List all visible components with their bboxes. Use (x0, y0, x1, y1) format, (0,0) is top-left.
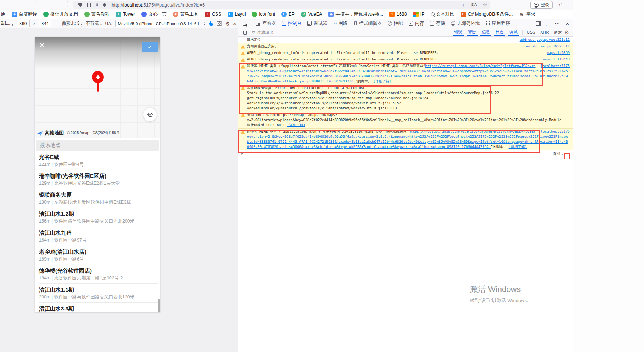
place-name: 清江山水1.2期 (39, 210, 158, 217)
place-list-item[interactable]: 清江山水3.3期 (39, 303, 158, 312)
login-button[interactable]: 登录 (530, 1, 553, 9)
console-settings-gear-icon[interactable]: ⚙ (564, 30, 569, 35)
devtools-tab[interactable]: 内存 (406, 19, 427, 28)
console-source-link[interactable]: uni-h5.es.js:19525:14 (526, 44, 570, 49)
devtools-tab[interactable]: ↑↓ 网络 (330, 19, 351, 28)
bookmark-star-icon[interactable]: ☆ (483, 3, 487, 7)
throttling-select[interactable]: 不节流▲▼ (86, 20, 102, 27)
console-source-link[interactable]: maps:1:5859 (547, 50, 570, 55)
bookmark-item[interactable]: 译 百度翻译 (12, 11, 37, 17)
devtools-tab[interactable]: {} 样式编辑器 (351, 19, 385, 28)
bookmark-item[interactable]: 文本对比 (431, 11, 455, 17)
bookmark-item[interactable]: E EP (281, 12, 295, 17)
confirm-button[interactable]: ✔ (142, 42, 158, 52)
dpr-select[interactable]: 像素比: 3▲▼ (62, 20, 82, 27)
learn-more-link[interactable]: [详细了解] (287, 123, 305, 127)
place-list-item[interactable]: 清江山水1.1期 208m | 软件园中路与软件园路交叉口西北120米 (39, 284, 158, 303)
screenshot-icon[interactable] (217, 21, 222, 27)
bookmark-item[interactable]: ◆ 手摸手，带你用vue撸... (328, 11, 383, 17)
console-filter-pill[interactable]: 日志 (494, 29, 505, 36)
map-canvas[interactable]: × ✔ 高德地图 © 2025 Amap - GS(2024)1158号 (35, 37, 160, 138)
send-tab-icon[interactable] (558, 3, 562, 7)
close-icon[interactable]: × (39, 40, 45, 50)
devtools-tab[interactable]: 存储 (427, 19, 448, 28)
console-filter-toggle[interactable]: 请求 (554, 30, 562, 35)
place-list-item[interactable]: 清江山水1.2期 156m | 软件园路与软件园中路交叉口西北200米 (39, 208, 158, 227)
url-text[interactable]: http://localhost:5175/#/pages/live/index… (111, 2, 205, 8)
amap-logo-text: 高德地图 (45, 130, 64, 136)
devtools-tab[interactable]: 应用程序 (483, 19, 513, 28)
devtools-tab[interactable]: 无障碍环境 (448, 19, 483, 28)
devtools-tab-icon (451, 21, 455, 26)
console-filter-pill[interactable]: 错误 (453, 29, 464, 36)
viewport-scrollbar[interactable] (158, 299, 160, 312)
console-filter-input[interactable]: 过滤输出 (257, 30, 274, 35)
place-list-item[interactable]: 德华楼(光谷软件园店) 184m | 光谷软件园六期第一幢1层102号-2 (39, 265, 158, 284)
menu-hamburger-icon[interactable]: ≡ (567, 2, 570, 8)
bookmark-item[interactable]: T Tower (116, 12, 135, 17)
bookmark-item[interactable]: ✳ 菜鸟工具 (173, 11, 199, 17)
touch-simulation-icon[interactable] (209, 20, 213, 27)
bookmark-item[interactable]: iconfont (252, 12, 275, 17)
translate-icon[interactable]: 文A (471, 2, 477, 7)
bookmark-item[interactable]: L Layui (228, 12, 246, 17)
rdm-settings-gear-icon[interactable]: ⚙ (225, 21, 230, 26)
rotate-viewport-icon[interactable] (55, 21, 58, 26)
bookmark-item[interactable]: 3 CSS (205, 12, 221, 17)
place-list-item[interactable]: 光谷E城 121m | 软件园中路4号 (39, 151, 158, 170)
shield-icon[interactable] (78, 3, 82, 7)
search-input[interactable]: 搜索地点 (36, 140, 159, 151)
devtools-tab[interactable]: 查看器 (253, 19, 279, 28)
console-filter-pill[interactable]: 调试 (508, 29, 519, 36)
devtools-tab[interactable]: 性能 (385, 19, 406, 28)
page-info-icon[interactable] (87, 3, 91, 7)
rdm-close-icon[interactable]: × (233, 21, 236, 26)
place-list-item[interactable]: 银联商务大厦 130m | 东湖新技术开发区软件园中路E城E3栋 (39, 189, 158, 208)
console-filter-toggle[interactable]: CSS (527, 30, 535, 35)
console-source-link[interactable]: localhost:5175 (541, 63, 570, 69)
viewport-height-input[interactable]: 844 (39, 20, 51, 27)
learn-more-link[interactable]: [详细了解] (509, 145, 527, 149)
responsive-mode-icon[interactable] (546, 21, 549, 26)
translate-page-icon[interactable]: ā (96, 3, 98, 7)
watermark-line1: 激活 Windows (470, 284, 531, 295)
console-source-link[interactable]: localhost:5175 (541, 129, 570, 134)
console-source-link[interactable]: maps:1:115443 (543, 57, 570, 62)
place-list-item[interactable]: 清江山水九程 164m | 软件园中路97号 (39, 227, 158, 246)
bookmark-item[interactable]: 通 (1, 11, 5, 17)
url-bar[interactable]: ā http://localhost:5175/#/pages/live/ind… (73, 1, 490, 9)
select-arrows-icon[interactable]: ▲▼ (204, 22, 205, 25)
devtools-tab[interactable]: 调试器 (305, 19, 330, 28)
bookmark-item[interactable]: V VueEA (301, 12, 322, 17)
device-select[interactable]: 2/1...▲▼ (1, 21, 13, 27)
scroll-top-button[interactable]: 顶部 (552, 151, 560, 156)
dock-side-icon[interactable] (536, 21, 541, 26)
location-permission-icon[interactable] (103, 3, 106, 6)
place-list-item[interactable]: 瑞幸咖啡(光谷软件园E区店) 129m | 光谷软件园光谷E城E2栋1层大堂 (39, 170, 158, 189)
console-filter-toggle[interactable]: XHR (540, 30, 549, 35)
bookmark-item[interactable]: 文心一言 (141, 11, 167, 17)
devtools-tab-label: 内存 (415, 20, 424, 27)
devtools-tab[interactable]: 控制台 (279, 19, 305, 28)
bookmark-item[interactable]: 1 1688 (389, 12, 407, 17)
bookmark-item[interactable]: 菜鸟教程 (84, 11, 110, 17)
console-input-row[interactable]: » 顶部 ▲▼ (238, 150, 573, 157)
devtools-more-icon[interactable]: ⋯ (555, 20, 560, 26)
user-agent-input[interactable]: Mozilla/5.0 (iPhone; CPU iPhone OS 14_6 … (115, 20, 199, 27)
pick-element-icon[interactable] (243, 21, 247, 26)
bookmark-item[interactable]: C C# MongoDB多条件... (461, 11, 513, 17)
place-list-item[interactable]: 老乡鸡(清江山水店) 169m | 软件园中路6号 (39, 246, 158, 265)
bookmark-item[interactable]: 微信开放文档 (43, 11, 78, 17)
save-to-pocket-icon[interactable]: ↓ (462, 3, 465, 7)
viewport-width-input[interactable]: 390 (17, 20, 30, 27)
console-source-link[interactable]: address-popup.vue:221:11 (520, 37, 570, 42)
geolocate-button[interactable] (143, 108, 157, 121)
console-filter-pill[interactable]: 信息 (480, 29, 491, 36)
devtools-close-icon[interactable]: × (566, 21, 569, 26)
devtools-tab-icon: ↑↓ (333, 21, 337, 26)
bookmark-item[interactable]: ⊕ 需求 (519, 11, 535, 17)
bookmark-item[interactable]: IP (413, 12, 425, 17)
clear-console-icon[interactable] (243, 31, 247, 35)
console-filter-pill[interactable]: 警告 (467, 29, 478, 36)
learn-more-link[interactable]: [详细了解] (373, 79, 391, 83)
